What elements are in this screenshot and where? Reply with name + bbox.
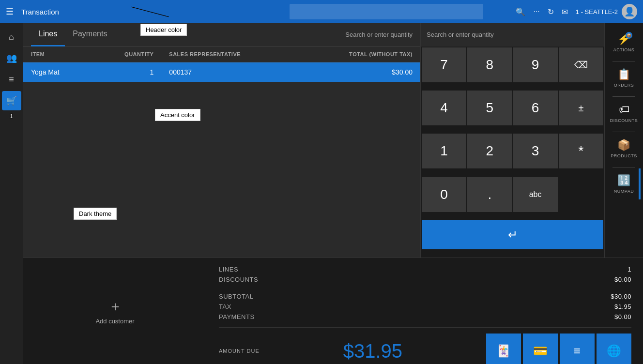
search-icon[interactable]: 🔍	[516, 7, 525, 16]
actions-label: ACTIONS	[613, 47, 635, 52]
col-total: TOTAL (WITHOUT TAX)	[297, 46, 420, 62]
payments-value: $0.00	[614, 313, 631, 320]
tab-lines[interactable]: Lines	[31, 23, 65, 46]
action-products[interactable]: 📦 PRODUCTS	[608, 133, 641, 164]
numpad-grid: 7 8 9 ⌫ 4 5 6 ± 1 2 3 * 0 . abc	[421, 46, 604, 258]
left-sidebar: ⌂ 👥 ≡ 🛒 1	[0, 23, 23, 364]
discounts-label: DISCOUNTS	[610, 118, 638, 123]
pay-cash-button[interactable]: 🃏	[486, 334, 521, 364]
discounts-row: DISCOUNTS $0.00	[219, 276, 631, 283]
pay-split-button[interactable]: ≡	[560, 334, 595, 364]
numpad-0[interactable]: 0	[422, 177, 466, 212]
tax-value: $1.95	[614, 303, 631, 310]
quantity-search: Search or enter quantity	[345, 31, 413, 38]
lines-label: LINES	[219, 266, 238, 273]
message-icon[interactable]: ✉	[562, 7, 568, 16]
numpad-search-label: Search or enter quantity	[421, 23, 604, 46]
divider-1	[612, 61, 635, 61]
add-customer-area[interactable]: ＋ Add customer	[23, 258, 207, 364]
sidebar-item-customers[interactable]: 👥	[2, 48, 21, 68]
lines-row: LINES 1	[219, 266, 631, 273]
top-bar-right: 1 - SEATTLE-2 👤	[576, 4, 637, 19]
amount-due-row: AMOUNT DUE $31.95 🃏 💳 ≡ 🌐	[219, 327, 631, 364]
numpad-dot[interactable]: .	[467, 177, 512, 212]
app-title: Transaction	[21, 8, 265, 16]
discounts-value: $0.00	[614, 276, 631, 283]
numpad-plusminus[interactable]: ±	[559, 91, 603, 125]
numpad-abc[interactable]: abc	[513, 177, 558, 212]
tabs-bar: Lines Payments Search or enter quantity	[23, 23, 420, 46]
amount-due-label: AMOUNT DUE	[219, 348, 260, 354]
actions-panel: ⚡ 📦 ACTIONS 📋 ORDERS 🏷 DISCOUNTS	[604, 23, 643, 258]
lines-value: 1	[628, 266, 631, 273]
tax-label: TAX	[219, 303, 231, 310]
products-label: PRODUCTS	[611, 153, 637, 158]
top-bar: ☰ Transaction 🔍 ··· ↻ ✉ 1 - SEATTLE-2 👤	[0, 0, 643, 23]
action-numpad[interactable]: 🔢 NUMPAD	[608, 168, 641, 199]
numpad-2[interactable]: 2	[467, 134, 512, 168]
subtotal-row: SUBTOTAL $30.00	[219, 293, 631, 300]
numpad-4[interactable]: 4	[422, 91, 466, 125]
order-summary: LINES 1 DISCOUNTS $0.00 SUBTOTAL $30.00 …	[207, 258, 643, 364]
numpad-label: NUMPAD	[614, 189, 634, 194]
active-indicator	[639, 168, 641, 199]
payment-buttons: 🃏 💳 ≡ 🌐	[486, 334, 631, 364]
col-sales-rep: SALES REPRESENTATIVE	[161, 46, 297, 62]
discounts-icon: 🏷	[619, 104, 629, 116]
cell-sales-rep: 000137	[161, 62, 297, 82]
cart-badge: 1	[10, 113, 13, 119]
action-orders[interactable]: 📋 ORDERS	[608, 62, 641, 93]
tab-payments[interactable]: Payments	[65, 23, 115, 46]
lines-table: ITEM QUANTITY SALES REPRESENTATIVE TOTAL…	[23, 46, 420, 82]
sidebar-item-cart[interactable]: 🛒	[2, 91, 21, 110]
numpad-3[interactable]: 3	[513, 134, 558, 168]
add-customer-icon: ＋	[108, 297, 122, 316]
amount-due-value: $31.95	[343, 340, 402, 362]
numpad-5[interactable]: 5	[467, 91, 512, 125]
orders-label: ORDERS	[614, 83, 634, 88]
top-bar-icons: 🔍 ··· ↻ ✉	[516, 7, 567, 16]
refresh-icon[interactable]: ↻	[548, 7, 554, 16]
add-customer-label: Add customer	[95, 318, 134, 325]
sidebar-item-home[interactable]: ⌂	[2, 27, 21, 46]
discounts-label: DISCOUNTS	[219, 276, 258, 283]
numpad-8[interactable]: 8	[467, 47, 512, 82]
numpad-multiply[interactable]: *	[559, 134, 603, 168]
top-search-input[interactable]	[290, 4, 483, 19]
orders-icon: 📋	[617, 68, 630, 81]
center-content: Lines Payments Search or enter quantity …	[23, 23, 420, 258]
numpad-7[interactable]: 7	[422, 47, 466, 82]
menu-icon[interactable]: ☰	[6, 6, 14, 17]
bottom-area: ＋ Add customer LINES 1 DISCOUNTS $0.00 S…	[23, 258, 643, 364]
payments-row: PAYMENTS $0.00	[219, 313, 631, 320]
col-item: ITEM	[23, 46, 92, 62]
col-quantity: QUANTITY	[92, 46, 161, 62]
numpad-panel: Search or enter quantity 7 8 9 ⌫ 4 5 6 ±…	[420, 23, 604, 258]
pay-other-button[interactable]: 🌐	[597, 334, 631, 364]
numpad-icon: 🔢	[617, 174, 630, 187]
avatar: 👤	[622, 4, 637, 19]
tax-row: TAX $1.95	[219, 303, 631, 310]
store-label: 1 - SEATTLE-2	[576, 8, 618, 15]
pay-card-button[interactable]: 💳	[523, 334, 558, 364]
cell-quantity: 1	[92, 62, 161, 82]
payments-label: PAYMENTS	[219, 313, 255, 320]
numpad-enter[interactable]: ↵	[422, 220, 603, 249]
divider-3	[612, 132, 635, 132]
cell-item: Yoga Mat	[23, 62, 92, 82]
divider-2	[612, 96, 635, 97]
numpad-6[interactable]: 6	[513, 91, 558, 125]
sidebar-item-menu[interactable]: ≡	[2, 70, 21, 89]
more-icon[interactable]: ···	[533, 7, 539, 16]
subtotal-label: SUBTOTAL	[219, 293, 253, 300]
numpad-backspace[interactable]: ⌫	[559, 47, 603, 82]
products-icon: 📦	[617, 139, 630, 152]
numpad-9[interactable]: 9	[513, 47, 558, 82]
action-actions[interactable]: ⚡ 📦 ACTIONS	[608, 27, 641, 58]
divider-4	[612, 167, 635, 167]
cell-total: $30.00	[297, 62, 420, 82]
numpad-1[interactable]: 1	[422, 134, 466, 168]
table-row[interactable]: Yoga Mat 1 000137 $30.00	[23, 62, 420, 82]
action-discounts[interactable]: 🏷 DISCOUNTS	[608, 98, 641, 129]
subtotal-value: $30.00	[611, 293, 631, 300]
